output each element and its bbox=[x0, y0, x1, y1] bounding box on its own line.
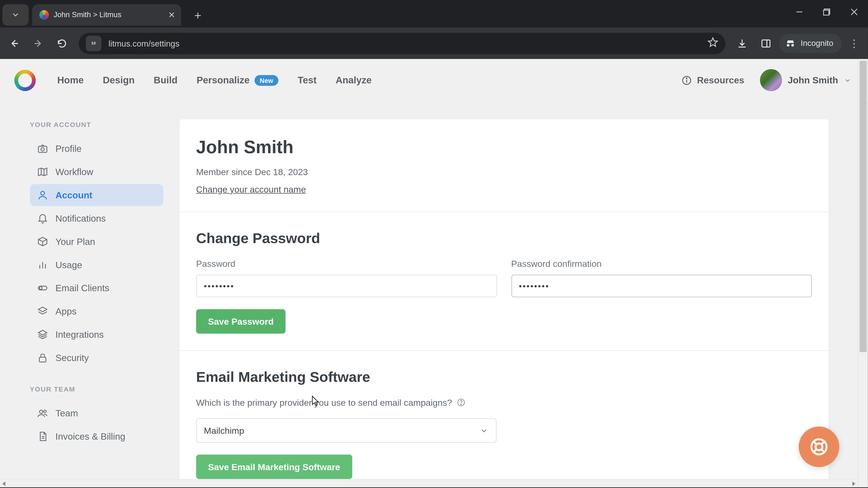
url-host: litmus.com bbox=[108, 38, 148, 48]
account-card: John Smith Member since Dec 18, 2023 Cha… bbox=[179, 119, 829, 486]
save-ems-button[interactable]: Save Email Marketing Software bbox=[196, 455, 352, 479]
tab-close-button[interactable]: ✕ bbox=[168, 10, 176, 20]
chevron-down-icon bbox=[844, 76, 851, 84]
user-name-label: John Smith bbox=[788, 75, 838, 86]
password-confirmation-input[interactable] bbox=[511, 275, 812, 297]
save-password-button[interactable]: Save Password bbox=[196, 309, 286, 334]
scrollbar-thumb[interactable] bbox=[860, 61, 867, 352]
user-menu[interactable]: John Smith bbox=[760, 69, 851, 91]
ems-heading: Email Marketing Software bbox=[196, 369, 812, 385]
ems-provider-value: Mailchimp bbox=[196, 418, 497, 443]
address-bar[interactable]: litmus.com/settings bbox=[79, 33, 725, 54]
browser-menu-button[interactable]: ⋮ bbox=[844, 37, 864, 50]
user-icon bbox=[37, 190, 48, 201]
svg-line-38 bbox=[822, 441, 825, 444]
side-panel-button[interactable] bbox=[755, 33, 777, 54]
url-path: /settings bbox=[148, 38, 179, 48]
stack-icon bbox=[37, 329, 48, 340]
svg-point-29 bbox=[39, 410, 43, 414]
ems-provider-select[interactable]: Mailchimp bbox=[196, 418, 497, 443]
window-close-button[interactable] bbox=[840, 0, 868, 24]
resources-link[interactable]: Resources bbox=[682, 75, 744, 86]
window-maximize-button[interactable] bbox=[813, 0, 840, 24]
avatar bbox=[760, 69, 782, 91]
sidebar-item-label: Your Plan bbox=[55, 236, 95, 247]
sidebar-item-account[interactable]: Account bbox=[30, 184, 163, 206]
sidebar-item-label: Email Clients bbox=[55, 283, 110, 293]
downloads-button[interactable] bbox=[732, 33, 753, 54]
svg-marker-26 bbox=[38, 307, 47, 312]
nav-test[interactable]: Test bbox=[298, 75, 317, 86]
password-label: Password bbox=[196, 258, 497, 269]
password-input[interactable] bbox=[196, 275, 497, 297]
svg-point-19 bbox=[41, 191, 44, 195]
member-since-text: Member since Dec 18, 2023 bbox=[196, 167, 812, 177]
sidebar-item-security[interactable]: Security bbox=[30, 347, 163, 369]
sidebar-item-label: Usage bbox=[55, 259, 82, 270]
svg-point-30 bbox=[44, 410, 46, 412]
camera-icon bbox=[37, 143, 48, 154]
bar-chart-icon bbox=[37, 259, 48, 270]
sidebar-item-label: Notifications bbox=[55, 213, 106, 224]
sidebar-item-notifications[interactable]: Notifications bbox=[30, 207, 163, 230]
nav-build[interactable]: Build bbox=[154, 75, 178, 86]
sidebar-heading-account: YOUR ACCOUNT bbox=[30, 121, 163, 128]
svg-rect-2 bbox=[824, 10, 829, 15]
nav-design[interactable]: Design bbox=[103, 75, 135, 86]
map-icon bbox=[37, 166, 48, 177]
ems-question-text: Which is the primary provider you use to… bbox=[196, 397, 812, 408]
nav-test-label: Test bbox=[298, 75, 317, 86]
sidebar-item-integrations[interactable]: Integrations bbox=[30, 324, 163, 346]
change-password-section: Change Password Password Password confir… bbox=[180, 212, 829, 351]
litmus-logo[interactable] bbox=[14, 69, 36, 91]
sidebar-item-profile[interactable]: Profile bbox=[30, 138, 163, 160]
settings-sidebar: YOUR ACCOUNT Profile Workflow Account No… bbox=[0, 102, 179, 479]
nav-back-button[interactable] bbox=[4, 33, 25, 54]
svg-line-40 bbox=[822, 449, 825, 453]
horizontal-scrollbar[interactable] bbox=[0, 479, 858, 487]
new-tab-button[interactable]: + bbox=[190, 7, 206, 24]
sidebar-item-workflow[interactable]: Workflow bbox=[30, 161, 163, 183]
browser-tab[interactable]: John Smith > Litmus ✕ bbox=[32, 4, 181, 26]
info-icon bbox=[682, 75, 692, 86]
svg-rect-15 bbox=[38, 146, 47, 152]
svg-line-37 bbox=[813, 441, 816, 444]
help-fab-button[interactable] bbox=[799, 427, 839, 467]
change-account-name-link[interactable]: Change your account name bbox=[196, 184, 306, 194]
box-icon bbox=[37, 236, 48, 247]
sidebar-item-team[interactable]: Team bbox=[30, 402, 163, 424]
sidebar-item-apps[interactable]: Apps bbox=[30, 300, 163, 322]
sidebar-item-your-plan[interactable]: Your Plan bbox=[30, 231, 163, 253]
nav-reload-button[interactable] bbox=[51, 33, 73, 54]
nav-forward-button[interactable] bbox=[27, 33, 49, 54]
tab-title: John Smith > Litmus bbox=[54, 11, 162, 19]
browser-tabstrip: John Smith > Litmus ✕ + bbox=[0, 0, 868, 27]
nav-personalize[interactable]: Personalize New bbox=[197, 75, 279, 86]
bookmark-button[interactable] bbox=[708, 37, 718, 50]
site-info-button[interactable] bbox=[86, 35, 101, 51]
email-marketing-section: Email Marketing Software Which is the pr… bbox=[180, 351, 829, 485]
help-circle-icon[interactable] bbox=[457, 398, 466, 407]
url-text: litmus.com/settings bbox=[108, 38, 180, 48]
sidebar-item-label: Account bbox=[55, 190, 92, 200]
sidebar-item-invoices[interactable]: Invoices & Billing bbox=[30, 425, 163, 448]
nav-analyze[interactable]: Analyze bbox=[336, 75, 372, 86]
sidebar-item-label: Team bbox=[55, 408, 78, 418]
incognito-indicator[interactable]: Incognito bbox=[779, 34, 842, 53]
svg-point-25 bbox=[39, 287, 42, 290]
sidebar-item-usage[interactable]: Usage bbox=[30, 254, 163, 276]
vertical-scrollbar[interactable] bbox=[858, 59, 868, 487]
tab-search-button[interactable] bbox=[2, 4, 29, 26]
nav-personalize-label: Personalize bbox=[197, 75, 250, 86]
sidebar-item-email-clients[interactable]: Email Clients bbox=[30, 277, 163, 299]
window-minimize-button[interactable] bbox=[786, 0, 813, 24]
nav-home[interactable]: Home bbox=[57, 75, 84, 86]
incognito-label: Incognito bbox=[801, 39, 833, 48]
svg-point-34 bbox=[461, 404, 462, 404]
change-password-heading: Change Password bbox=[196, 230, 812, 247]
app-topnav: Home Design Build Personalize New Test A… bbox=[0, 59, 868, 102]
browser-toolbar: litmus.com/settings Incognito ⋮ bbox=[0, 27, 868, 59]
window-controls bbox=[786, 0, 868, 24]
app-root: Home Design Build Personalize New Test A… bbox=[0, 59, 868, 487]
toggle-icon bbox=[37, 283, 48, 294]
